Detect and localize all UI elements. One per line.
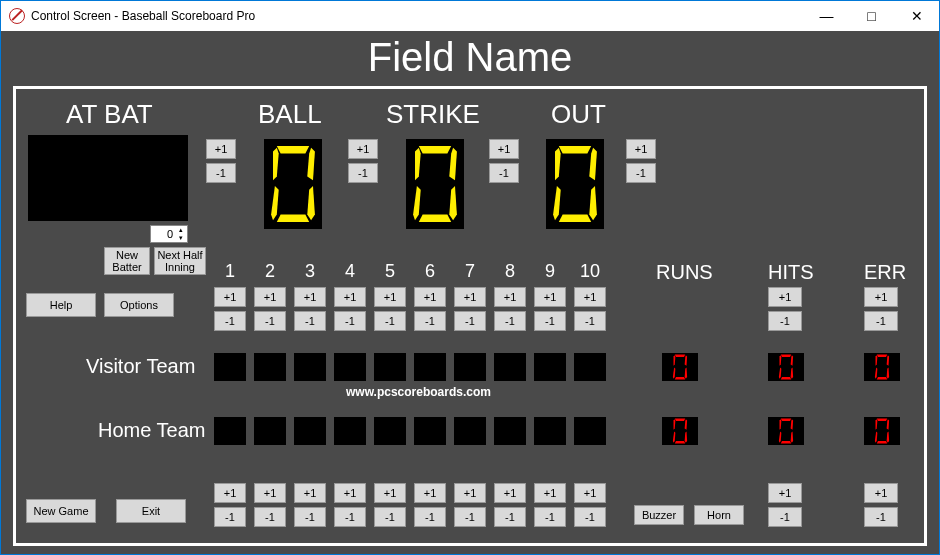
inning-8-visitor-minus-button[interactable]: -1	[494, 311, 526, 331]
inning-3-visitor-plus-button[interactable]: +1	[294, 287, 326, 307]
svg-marker-4	[271, 186, 279, 220]
home-hits-plus-button[interactable]: +1	[768, 483, 802, 503]
svg-marker-50	[887, 432, 889, 443]
visitor-hits-cell	[768, 353, 804, 381]
horn-button[interactable]: Horn	[694, 505, 744, 525]
runs-label: RUNS	[656, 261, 713, 284]
spinner-up-icon[interactable]: ▴	[175, 226, 187, 234]
ball-minus-button[interactable]: -1	[206, 163, 236, 183]
inning-7-visitor-minus-button[interactable]: -1	[454, 311, 486, 331]
inning-6-visitor-minus-button[interactable]: -1	[414, 311, 446, 331]
inning-9-visitor-plus-button[interactable]: +1	[534, 287, 566, 307]
buzzer-button[interactable]: Buzzer	[634, 505, 684, 525]
inning-8-home-minus-button[interactable]: -1	[494, 507, 526, 527]
visitor-hits-plus-button[interactable]: +1	[768, 287, 802, 307]
inning-10-home-minus-button[interactable]: -1	[574, 507, 606, 527]
inning-2-visitor-minus-button[interactable]: -1	[254, 311, 286, 331]
maximize-button[interactable]: □	[849, 1, 894, 31]
close-button[interactable]: ✕	[894, 1, 939, 31]
at-bat-spinner[interactable]: 0 ▴ ▾	[150, 225, 188, 243]
inning-6-visitor-plus-button[interactable]: +1	[414, 287, 446, 307]
inning-1-visitor-plus-button[interactable]: +1	[214, 287, 246, 307]
svg-marker-9	[419, 214, 451, 222]
home-err-plus-button[interactable]: +1	[864, 483, 898, 503]
strike-plus-button[interactable]: +1	[348, 139, 378, 159]
visitor-err-cell	[864, 353, 900, 381]
options-button[interactable]: Options	[104, 293, 174, 317]
inning-4-home-plus-button[interactable]: +1	[334, 483, 366, 503]
inning-9-home-plus-button[interactable]: +1	[534, 483, 566, 503]
spinner-down-icon[interactable]: ▾	[175, 234, 187, 242]
new-game-button[interactable]: New Game	[26, 499, 96, 523]
inning-10-visitor-plus-button[interactable]: +1	[574, 287, 606, 307]
client-area: Field Name AT BAT BALL STRIKE OUT 0 ▴ ▾ …	[1, 31, 939, 554]
extra-minus-button[interactable]: -1	[626, 163, 656, 183]
hits-label: HITS	[768, 261, 814, 284]
inning-1-home-minus-button[interactable]: -1	[214, 507, 246, 527]
inning-3-home-plus-button[interactable]: +1	[294, 483, 326, 503]
inning-1-home-plus-button[interactable]: +1	[214, 483, 246, 503]
inning-6-home-plus-button[interactable]: +1	[414, 483, 446, 503]
svg-marker-44	[791, 432, 793, 443]
inning-7-visitor-plus-button[interactable]: +1	[454, 287, 486, 307]
next-half-inning-button[interactable]: Next Half Inning	[154, 247, 206, 275]
home-err-minus-button[interactable]: -1	[864, 507, 898, 527]
visitor-runs-cell	[662, 353, 698, 381]
visitor-err-plus-button[interactable]: +1	[864, 287, 898, 307]
svg-marker-27	[781, 377, 792, 379]
inning-8-home-plus-button[interactable]: +1	[494, 483, 526, 503]
inning-4-home-minus-button[interactable]: -1	[334, 507, 366, 527]
inning-9-visitor-pm: +1-1	[534, 287, 566, 335]
inning-5-visitor-plus-button[interactable]: +1	[374, 287, 406, 307]
visitor-hits-minus-button[interactable]: -1	[768, 311, 802, 331]
visitor-inning-8-cell	[494, 353, 526, 381]
inning-1-label: 1	[214, 261, 246, 282]
visitor-err-minus-button[interactable]: -1	[864, 311, 898, 331]
inning-7-home-minus-button[interactable]: -1	[454, 507, 486, 527]
ball-plus-button[interactable]: +1	[206, 139, 236, 159]
at-bat-display	[28, 135, 188, 221]
minimize-button[interactable]: —	[804, 1, 849, 31]
inning-6-home-minus-button[interactable]: -1	[414, 507, 446, 527]
svg-marker-41	[674, 419, 676, 430]
strike-minus-button[interactable]: -1	[348, 163, 378, 183]
inning-9-label: 9	[534, 261, 566, 282]
visitor-inning-9-cell	[534, 353, 566, 381]
svg-marker-16	[553, 186, 561, 220]
svg-marker-10	[413, 186, 421, 220]
inning-8-visitor-plus-button[interactable]: +1	[494, 287, 526, 307]
out-plus-button[interactable]: +1	[489, 139, 519, 159]
exit-button[interactable]: Exit	[116, 499, 186, 523]
inning-5-visitor-minus-button[interactable]: -1	[374, 311, 406, 331]
out-label: OUT	[551, 99, 606, 130]
err-bot-pm: +1 -1	[864, 483, 896, 531]
inning-10-label: 10	[574, 261, 606, 282]
home-team-label: Home Team	[98, 419, 205, 442]
inning-2-home-plus-button[interactable]: +1	[254, 483, 286, 503]
inning-5-home-plus-button[interactable]: +1	[374, 483, 406, 503]
svg-marker-47	[780, 419, 782, 430]
home-hits-minus-button[interactable]: -1	[768, 507, 802, 527]
inning-2-visitor-plus-button[interactable]: +1	[254, 287, 286, 307]
inning-10-home-plus-button[interactable]: +1	[574, 483, 606, 503]
svg-marker-17	[555, 148, 561, 180]
strike-digit	[406, 139, 464, 229]
inning-4-visitor-minus-button[interactable]: -1	[334, 311, 366, 331]
inning-1-visitor-minus-button[interactable]: -1	[214, 311, 246, 331]
inning-7-home-plus-button[interactable]: +1	[454, 483, 486, 503]
svg-marker-37	[685, 419, 687, 430]
new-batter-button[interactable]: New Batter	[104, 247, 150, 275]
inning-2-home-minus-button[interactable]: -1	[254, 507, 286, 527]
inning-5-home-minus-button[interactable]: -1	[374, 507, 406, 527]
svg-marker-18	[675, 355, 686, 357]
inning-3-visitor-minus-button[interactable]: -1	[294, 311, 326, 331]
out-minus-button[interactable]: -1	[489, 163, 519, 183]
help-button[interactable]: Help	[26, 293, 96, 317]
inning-9-home-minus-button[interactable]: -1	[534, 507, 566, 527]
inning-3-home-minus-button[interactable]: -1	[294, 507, 326, 527]
inning-4-visitor-plus-button[interactable]: +1	[334, 287, 366, 307]
inning-10-visitor-minus-button[interactable]: -1	[574, 311, 606, 331]
extra-plus-button[interactable]: +1	[626, 139, 656, 159]
title-bar: Control Screen - Baseball Scoreboard Pro…	[1, 1, 939, 31]
inning-9-visitor-minus-button[interactable]: -1	[534, 311, 566, 331]
